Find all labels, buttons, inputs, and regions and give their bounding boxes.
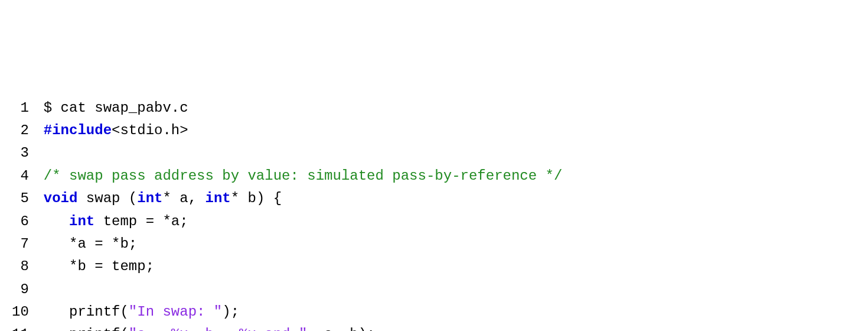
code-body: $ cat swap_pabv.c#include<stdio.h> /* sw… (44, 97, 856, 331)
code-line: printf("In swap: "); (44, 301, 856, 323)
code-line: *a = *b; (44, 233, 856, 255)
line-number: 1 (12, 97, 29, 119)
token-keyword: int (205, 190, 230, 206)
token-string: "a = %x, b = %x and " (129, 326, 307, 331)
line-number: 4 (12, 165, 29, 187)
line-number: 5 (12, 187, 29, 210)
code-line: void swap (int* a, int* b) { (44, 187, 856, 210)
token-black: *a = *b; (44, 236, 137, 252)
code-line: /* swap pass address by value: simulated… (44, 165, 856, 187)
token-black: *b = temp; (44, 258, 154, 274)
token-preproc: #include (44, 122, 112, 138)
token-black: * a, (162, 190, 205, 206)
code-line (44, 142, 856, 164)
line-number: 8 (12, 255, 29, 278)
token-comment: /* swap pass address by value: simulated… (44, 168, 563, 184)
line-number: 7 (12, 233, 29, 255)
code-line: *b = temp; (44, 255, 856, 278)
token-black: swap ( (77, 190, 137, 206)
code-listing: 1234567891011121314 $ cat swap_pabv.c#in… (12, 97, 856, 331)
code-line (44, 278, 856, 301)
token-black: $ cat swap_pabv.c (44, 100, 188, 116)
code-line: $ cat swap_pabv.c (44, 97, 856, 119)
line-number-gutter: 1234567891011121314 (12, 97, 44, 331)
line-number: 9 (12, 278, 29, 301)
token-black: * b) { (231, 190, 282, 206)
token-keyword: int (69, 213, 94, 229)
token-black: printf( (44, 326, 129, 331)
token-keyword: int (137, 190, 162, 206)
code-line: printf("a = %x, b = %x and ", a, b); (44, 323, 856, 331)
line-number: 6 (12, 210, 29, 233)
line-number: 11 (12, 323, 29, 331)
token-black: printf( (44, 304, 129, 320)
token-black: <stdio.h> (112, 122, 188, 138)
line-number: 3 (12, 142, 29, 164)
line-number: 2 (12, 119, 29, 142)
token-black: ); (222, 304, 239, 320)
code-line: int temp = *a; (44, 210, 856, 233)
code-line: #include<stdio.h> (44, 119, 856, 142)
token-string: "In swap: " (129, 304, 222, 320)
token-keyword: void (44, 190, 78, 206)
line-number: 10 (12, 301, 29, 323)
token-black (44, 213, 69, 229)
token-black: temp = *a; (94, 213, 188, 229)
token-black: , a, b); (307, 326, 375, 331)
